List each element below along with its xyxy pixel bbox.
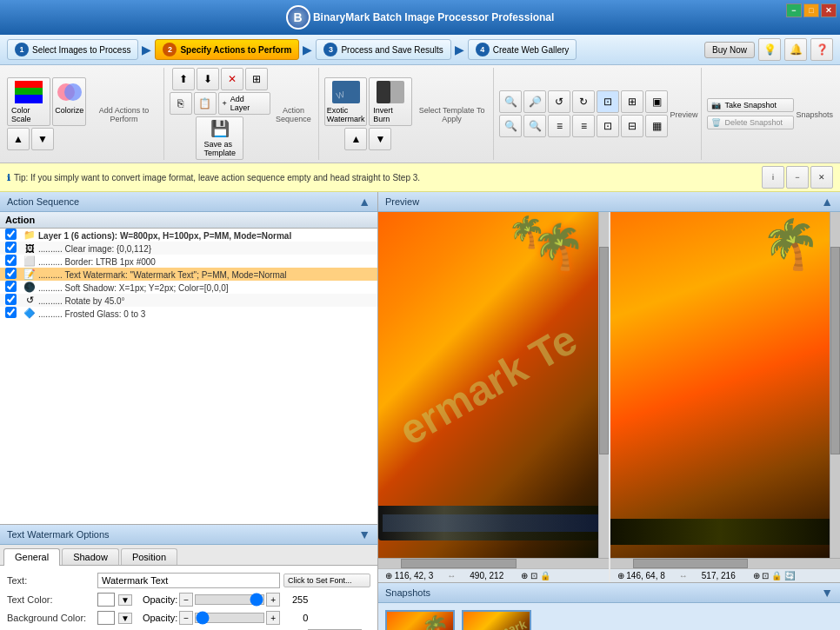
move-down-button[interactable]: ⬇: [197, 68, 219, 90]
action-checkbox[interactable]: [5, 242, 17, 253]
action-row[interactable]: 📁 Layer 1 (6 actions): W=800px, H=100px,…: [0, 229, 377, 242]
action-icon: ⬜: [23, 255, 36, 266]
opacity-slider-1[interactable]: [195, 594, 264, 605]
opacity-increase-1[interactable]: +: [266, 593, 280, 607]
action-table[interactable]: Action 📁 Layer 1 (6 actions): W=800px, H…: [0, 212, 377, 524]
preview-btn-9[interactable]: 🔍: [523, 115, 546, 137]
save-as-template-button[interactable]: 💾 Save asTemplate: [196, 116, 243, 160]
action-row[interactable]: 📝 .......... Text Watermark: "Watermark …: [0, 268, 377, 281]
scroll-down-button[interactable]: ▼: [31, 128, 54, 150]
action-row[interactable]: 🔷 .......... Frosted Glass: 0 to 3: [0, 307, 377, 320]
action-checkbox-cell[interactable]: [0, 229, 21, 242]
action-text-cell[interactable]: .......... Soft Shadow: X=1px; Y=2px; Co…: [38, 281, 377, 294]
wizard-step-4[interactable]: 4 Create Web Gallery: [468, 39, 577, 60]
preview-right-hscroll[interactable]: [610, 558, 841, 568]
preview-btn-12[interactable]: ⊡: [597, 115, 619, 137]
preview-right-scrollbar-v[interactable]: [830, 212, 840, 558]
action-text-cell[interactable]: .......... Border: LTRB 1px #000: [38, 255, 377, 268]
action-row[interactable]: 🖼 .......... Clear image: {0,0,112}: [0, 242, 377, 255]
wizard-step-3[interactable]: 3 Process and Save Results: [316, 39, 450, 60]
preview-btn-14[interactable]: ▦: [645, 115, 668, 137]
action-checkbox[interactable]: [5, 255, 17, 266]
preview-btn-4[interactable]: ↻: [572, 90, 595, 113]
opacity-increase-2[interactable]: +: [266, 611, 280, 625]
text-color-dropdown[interactable]: ▼: [118, 594, 132, 606]
preview-btn-13[interactable]: ⊟: [621, 115, 643, 137]
action-checkbox[interactable]: [5, 281, 17, 292]
action-checkbox-cell[interactable]: [0, 294, 21, 307]
set-font-button[interactable]: Click to Set Font...: [283, 574, 370, 587]
preview-left-hscroll[interactable]: [378, 558, 609, 568]
text-color-swatch[interactable]: [97, 593, 115, 607]
preview-btn-1[interactable]: 🔍: [499, 90, 522, 113]
action-checkbox-cell[interactable]: [0, 242, 21, 255]
action-row[interactable]: 🌑 .......... Soft Shadow: X=1px; Y=2px; …: [0, 281, 377, 294]
tip-close-button[interactable]: ✕: [810, 166, 833, 189]
tip-info-button[interactable]: i: [762, 166, 784, 189]
invert-burn-button[interactable]: Invert Burn: [369, 77, 412, 126]
action-sequence-collapse[interactable]: ▲: [358, 195, 370, 209]
action-row[interactable]: ↺ .......... Rotate by 45.0°: [0, 294, 377, 307]
snapshot-1[interactable]: Watermark Snapshot 1: [462, 610, 531, 630]
action-checkbox-cell[interactable]: [0, 255, 21, 268]
snapshot-original[interactable]: 🌴 Original: [385, 610, 455, 630]
paste-button[interactable]: 📋: [194, 92, 217, 115]
action-text-cell[interactable]: .......... Frosted Glass: 0 to 3: [38, 307, 377, 320]
preview-btn-6[interactable]: ⊞: [621, 90, 643, 113]
template-scroll-down[interactable]: ▼: [369, 128, 391, 150]
delete-button[interactable]: ✕: [221, 68, 243, 90]
close-button[interactable]: ✕: [821, 3, 837, 17]
move-up-button[interactable]: ⬆: [172, 68, 195, 90]
text-input[interactable]: [97, 573, 280, 588]
action-text-cell[interactable]: .......... Text Watermark: "Watermark Te…: [38, 268, 377, 281]
preview-btn-8[interactable]: 🔍: [499, 115, 522, 137]
opacity-decrease-1[interactable]: −: [179, 593, 193, 607]
preview-btn-11[interactable]: ≡: [572, 115, 595, 137]
tip-minimize-button[interactable]: −: [786, 166, 809, 189]
snapshots-collapse[interactable]: ▼: [821, 586, 833, 600]
opacity-decrease-2[interactable]: −: [179, 611, 193, 625]
preview-btn-2[interactable]: 🔎: [523, 90, 546, 113]
action-text-cell[interactable]: Layer 1 (6 actions): W=800px, H=100px, P…: [38, 229, 377, 242]
minimize-button[interactable]: −: [786, 3, 802, 17]
action-checkbox-cell[interactable]: [0, 268, 21, 281]
preview-left-scrollbar-v[interactable]: [598, 212, 609, 558]
buy-now-button[interactable]: Buy Now: [704, 42, 755, 58]
options-collapse[interactable]: ▼: [358, 527, 370, 541]
preview-btn-10[interactable]: ≡: [548, 115, 570, 137]
preview-collapse[interactable]: ▲: [821, 195, 833, 209]
action-text-cell[interactable]: .......... Clear image: {0,0,112}: [38, 242, 377, 255]
preview-btn-5[interactable]: ⊡: [597, 90, 619, 113]
action-checkbox-cell[interactable]: [0, 307, 21, 320]
color-scale-button[interactable]: Color Scale: [7, 77, 50, 126]
copy-button[interactable]: ⎘: [170, 92, 192, 115]
action-row[interactable]: ⬜ .......... Border: LTRB 1px #000: [0, 255, 377, 268]
grid-button[interactable]: ⊞: [245, 68, 268, 90]
template-scroll-up[interactable]: ▲: [344, 128, 367, 150]
coord-sep-1: ↔: [447, 571, 456, 580]
wizard-step-2[interactable]: 2 Specify Actions to Perform: [155, 39, 299, 60]
preview-btn-7[interactable]: ▣: [645, 90, 668, 113]
delete-snapshot-button[interactable]: 🗑️ Delete Snapshot: [707, 116, 794, 129]
tab-general[interactable]: General: [3, 548, 60, 566]
tab-shadow[interactable]: Shadow: [62, 548, 119, 565]
wizard-step-1[interactable]: 1 Select Images to Process: [7, 39, 138, 60]
scroll-up-button[interactable]: ▲: [7, 128, 30, 150]
opacity-slider-2[interactable]: [195, 613, 264, 623]
bg-color-dropdown[interactable]: ▼: [118, 613, 132, 624]
take-snapshot-button[interactable]: 📷 Take Snapshot: [707, 98, 794, 112]
action-checkbox[interactable]: [5, 294, 17, 305]
exotic-watermark-button[interactable]: W ExoticWatermark: [324, 77, 367, 126]
add-layer-button[interactable]: + Add Layer: [218, 92, 270, 115]
action-checkbox[interactable]: [5, 229, 17, 240]
colorize-button[interactable]: Colorize: [52, 77, 86, 126]
action-checkbox[interactable]: [5, 268, 17, 279]
bg-color-swatch[interactable]: [97, 611, 115, 625]
action-checkbox[interactable]: [5, 307, 17, 318]
preview-btn-3[interactable]: ↺: [548, 90, 570, 113]
maximize-button[interactable]: □: [803, 3, 819, 17]
tab-position[interactable]: Position: [121, 548, 177, 565]
action-text-cell[interactable]: .......... Rotate by 45.0°: [38, 294, 377, 307]
action-checkbox-cell[interactable]: [0, 281, 21, 294]
help-icon[interactable]: ❓: [810, 38, 833, 61]
